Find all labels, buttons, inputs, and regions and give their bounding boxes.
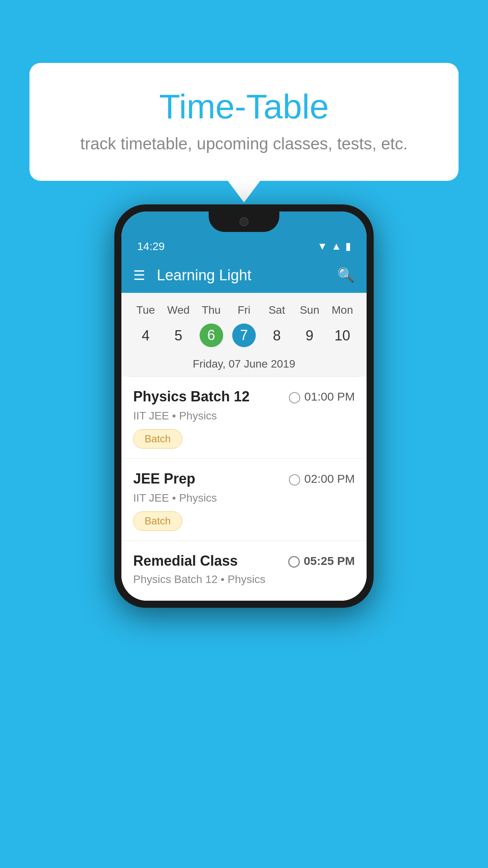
menu-icon[interactable]: ☰ xyxy=(133,267,145,283)
phone-screen: 14:29 ▼ ▲ ▮ ☰ Learning Light 🔍 Tue Wed T… xyxy=(121,211,367,601)
class-time-2: ◯ 02:00 PM xyxy=(288,472,355,485)
day-headers: Tue Wed Thu Fri Sat Sun Mon xyxy=(129,301,359,320)
phone-camera xyxy=(239,217,249,226)
class-item-remedial[interactable]: Remedial Class ◯ 05:25 PM Physics Batch … xyxy=(121,541,367,601)
batch-badge-2: Batch xyxy=(133,511,182,531)
date-10[interactable]: 10 xyxy=(326,324,359,348)
class-time-3: ◯ 05:25 PM xyxy=(288,554,355,568)
calendar-strip: Tue Wed Thu Fri Sat Sun Mon 4 5 6 7 8 9 … xyxy=(121,293,367,377)
class-name-3: Remedial Class xyxy=(133,553,238,569)
date-8[interactable]: 8 xyxy=(261,324,293,348)
batch-badge-1: Batch xyxy=(133,429,182,449)
class-item-physics-batch[interactable]: Physics Batch 12 ◯ 01:00 PM IIT JEE • Ph… xyxy=(121,377,367,459)
date-5[interactable]: 5 xyxy=(162,324,194,348)
bubble-title: Time-Table xyxy=(61,86,427,127)
class-time-value-3: 05:25 PM xyxy=(304,554,355,568)
speech-bubble: Time-Table track timetable, upcoming cla… xyxy=(29,63,459,181)
phone-outer: 14:29 ▼ ▲ ▮ ☰ Learning Light 🔍 Tue Wed T… xyxy=(114,204,374,608)
class-time-1: ◯ 01:00 PM xyxy=(288,390,355,403)
classes-list: Physics Batch 12 ◯ 01:00 PM IIT JEE • Ph… xyxy=(121,377,367,601)
clock-icon-3: ◯ xyxy=(288,555,300,568)
day-numbers: 4 5 6 7 8 9 10 xyxy=(129,324,359,348)
clock-icon-2: ◯ xyxy=(288,473,301,485)
class-subject-2: IIT JEE • Physics xyxy=(133,492,355,504)
day-header-mon[interactable]: Mon xyxy=(326,301,359,320)
day-header-thu[interactable]: Thu xyxy=(195,301,227,320)
day-header-sat[interactable]: Sat xyxy=(261,301,293,320)
class-name-1: Physics Batch 12 xyxy=(133,388,250,405)
wifi-icon: ▼ xyxy=(317,240,328,252)
date-7-selected[interactable]: 7 xyxy=(232,324,256,347)
partial-class-header: Remedial Class ◯ 05:25 PM xyxy=(133,553,355,569)
signal-icon: ▲ xyxy=(331,240,341,252)
date-6-today[interactable]: 6 xyxy=(200,324,223,347)
class-time-value-2: 02:00 PM xyxy=(305,472,355,485)
class-time-value-1: 01:00 PM xyxy=(305,390,355,403)
search-icon[interactable]: 🔍 xyxy=(337,267,355,283)
status-icons: ▼ ▲ ▮ xyxy=(317,240,351,252)
app-toolbar: ☰ Learning Light 🔍 xyxy=(121,257,367,293)
class-subject-1: IIT JEE • Physics xyxy=(133,410,355,422)
class-item-jee-prep[interactable]: JEE Prep ◯ 02:00 PM IIT JEE • Physics Ba… xyxy=(121,459,367,541)
bubble-subtitle: track timetable, upcoming classes, tests… xyxy=(61,134,427,153)
phone-notch xyxy=(209,211,279,232)
class-item-header-2: JEE Prep ◯ 02:00 PM xyxy=(133,471,355,487)
day-header-tue[interactable]: Tue xyxy=(129,301,162,320)
class-subject-3: Physics Batch 12 • Physics xyxy=(133,573,355,586)
date-9[interactable]: 9 xyxy=(293,324,326,348)
status-bar: 14:29 ▼ ▲ ▮ xyxy=(121,232,367,257)
date-4[interactable]: 4 xyxy=(129,324,162,348)
class-name-2: JEE Prep xyxy=(133,471,195,487)
app-title: Learning Light xyxy=(157,267,337,284)
status-time: 14:29 xyxy=(137,240,165,253)
class-item-header: Physics Batch 12 ◯ 01:00 PM xyxy=(133,388,355,405)
phone-mockup: 14:29 ▼ ▲ ▮ ☰ Learning Light 🔍 Tue Wed T… xyxy=(114,204,374,608)
day-header-wed[interactable]: Wed xyxy=(162,301,194,320)
battery-icon: ▮ xyxy=(345,240,351,252)
day-header-sun[interactable]: Sun xyxy=(293,301,326,320)
selected-date-label: Friday, 07 June 2019 xyxy=(129,354,359,377)
clock-icon-1: ◯ xyxy=(288,390,301,403)
day-header-fri[interactable]: Fri xyxy=(227,301,260,320)
